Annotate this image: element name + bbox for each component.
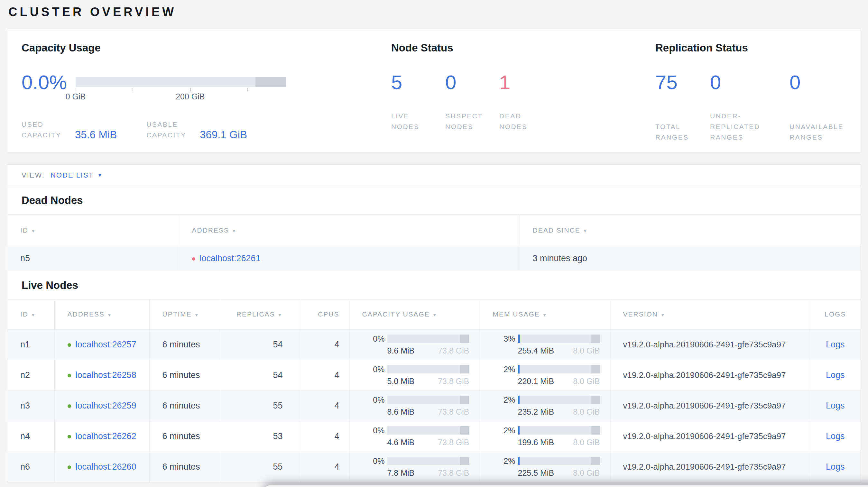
- live-node-logs-cell: Logs: [810, 390, 861, 421]
- used-capacity-value: 35.6 MiB: [75, 129, 117, 140]
- usable-capacity-value: 369.1 GiB: [200, 129, 247, 140]
- usable-capacity-label: USABLE CAPACITY: [146, 119, 188, 140]
- capacity-percent: 0%: [368, 426, 385, 435]
- live-col-address[interactable]: ADDRESS▼: [54, 299, 149, 329]
- logs-link[interactable]: Logs: [826, 370, 845, 380]
- mem-total: 8.0 GiB: [573, 407, 600, 417]
- capacity-usage-title: Capacity Usage: [22, 42, 391, 54]
- live-node-replicas: 55: [221, 390, 301, 421]
- capacity-used: 7.8 MiB: [388, 468, 415, 478]
- live-node-version: v19.2.0-alpha.20190606-2491-gfe735c9a97: [611, 360, 810, 390]
- mem-meter-fill: [518, 396, 520, 404]
- dead-col-dead-since[interactable]: DEAD SINCE▼: [520, 215, 861, 246]
- live-status-dot-icon: [68, 374, 71, 377]
- logs-link[interactable]: Logs: [826, 431, 845, 441]
- capacity-usage-bar: 0 GiB 200 GiB: [75, 77, 286, 102]
- live-nodes-count: 5: [391, 72, 445, 93]
- capacity-percent: 0%: [368, 365, 385, 374]
- live-col-uptime[interactable]: UPTIME▼: [149, 299, 221, 329]
- logs-link[interactable]: Logs: [826, 340, 845, 349]
- capacity-bar-endcap: [255, 77, 286, 87]
- capacity-percent: 0%: [368, 334, 385, 344]
- live-nodes-heading: Live Nodes: [22, 279, 861, 291]
- live-node-mem-usage: 2% 235.2 MiB 8.0 GiB: [480, 390, 611, 421]
- live-node-row: n1 localhost:26257 6 minutes 54 4 0% 9.6…: [7, 329, 861, 360]
- live-node-uptime: 6 minutes: [149, 452, 221, 482]
- cluster-summary-panel: Capacity Usage 0.0% 0 GiB 200 GiB: [7, 29, 861, 153]
- live-status-dot-icon: [68, 435, 71, 439]
- live-col-capacity-usage[interactable]: CAPACITY USAGE▼: [349, 299, 480, 329]
- live-node-cpus: 4: [301, 329, 349, 360]
- dead-node-id: n5: [7, 246, 179, 271]
- capacity-meter: [388, 396, 469, 404]
- logs-link[interactable]: Logs: [826, 462, 845, 472]
- view-selector-dropdown[interactable]: NODE LIST ▼: [51, 171, 103, 180]
- live-node-id: n2: [7, 360, 54, 390]
- mem-meter: [518, 365, 600, 374]
- live-node-address-link[interactable]: localhost:26262: [75, 431, 136, 441]
- live-node-address-link[interactable]: localhost:26260: [75, 462, 136, 472]
- live-col-replicas[interactable]: REPLICAS▼: [221, 299, 301, 329]
- sort-desc-icon: ▼: [542, 312, 548, 318]
- mem-used: 220.1 MiB: [518, 377, 554, 386]
- live-node-capacity-usage: 0% 5.0 MiB 73.8 GiB: [349, 360, 480, 390]
- sort-desc-icon: ▼: [31, 228, 36, 233]
- capacity-used: 9.6 MiB: [388, 346, 415, 355]
- mem-meter-fill: [518, 365, 520, 374]
- mem-used: 235.2 MiB: [518, 407, 554, 417]
- logs-link[interactable]: Logs: [826, 401, 845, 411]
- axis-label-0gib: 0 GiB: [66, 92, 86, 101]
- live-node-address-cell: localhost:26259: [54, 390, 149, 421]
- live-node-address-cell: localhost:26260: [54, 452, 149, 482]
- live-node-row: n3 localhost:26259 6 minutes 55 4 0% 8.6…: [7, 390, 861, 421]
- capacity-meter: [388, 365, 469, 374]
- used-capacity-label: USED CAPACITY: [22, 119, 63, 140]
- live-nodes-label: LIVE NODES: [391, 111, 433, 132]
- live-node-mem-usage: 2% 199.6 MiB 8.0 GiB: [480, 421, 611, 452]
- live-node-address-cell: localhost:26257: [54, 329, 149, 360]
- mem-meter-fill: [518, 334, 521, 343]
- live-node-logs-cell: Logs: [810, 421, 861, 452]
- mem-percent: 2%: [499, 395, 516, 404]
- live-node-id: n6: [7, 452, 54, 482]
- total-ranges-label: TOTAL RANGES: [655, 121, 697, 142]
- replication-status-title: Replication Status: [655, 42, 846, 54]
- live-col-mem-usage[interactable]: MEM USAGE▼: [480, 299, 611, 329]
- mem-meter-fill: [518, 457, 520, 465]
- live-col-version[interactable]: VERSION▼: [611, 299, 810, 329]
- capacity-used: 5.0 MiB: [388, 377, 415, 386]
- live-node-address-link[interactable]: localhost:26258: [75, 370, 136, 380]
- mem-meter: [518, 457, 600, 465]
- capacity-used: 8.6 MiB: [388, 407, 415, 417]
- suspect-nodes-count: 0: [445, 72, 499, 93]
- axis-tick: [75, 88, 76, 91]
- capacity-usage-section: Capacity Usage 0.0% 0 GiB 200 GiB: [22, 42, 391, 140]
- dead-nodes-header-row: ID▼ ADDRESS▼ DEAD SINCE▼: [7, 215, 861, 246]
- live-node-logs-cell: Logs: [810, 360, 861, 390]
- axis-tick: [132, 88, 133, 91]
- bottom-edge-shadow: [264, 485, 868, 487]
- live-node-capacity-usage: 0% 9.6 MiB 73.8 GiB: [349, 329, 480, 360]
- live-node-address-link[interactable]: localhost:26257: [75, 340, 136, 349]
- capacity-total: 73.8 GiB: [438, 468, 469, 478]
- replication-status-section: Replication Status 75 0 0 TOTAL RANGES U…: [655, 42, 846, 140]
- mem-total: 8.0 GiB: [573, 438, 600, 447]
- sort-desc-icon: ▼: [194, 312, 199, 318]
- live-node-replicas: 55: [221, 452, 301, 482]
- capacity-total: 73.8 GiB: [438, 377, 469, 386]
- dead-node-address-link[interactable]: localhost:26261: [200, 254, 260, 263]
- dead-nodes-label: DEAD NODES: [499, 111, 541, 132]
- live-node-address-cell: localhost:26262: [54, 421, 149, 452]
- dead-node-address-cell: localhost:26261: [179, 246, 520, 271]
- sort-desc-icon: ▼: [660, 312, 665, 318]
- capacity-used-percent: 0.0%: [22, 72, 75, 93]
- live-node-cpus: 4: [301, 421, 349, 452]
- live-node-replicas: 54: [221, 360, 301, 390]
- dead-col-id[interactable]: ID▼: [7, 215, 179, 246]
- axis-tick: [247, 88, 248, 91]
- live-status-dot-icon: [68, 465, 71, 469]
- dead-col-address[interactable]: ADDRESS▼: [179, 215, 520, 246]
- mem-meter: [518, 334, 600, 343]
- live-col-id[interactable]: ID▼: [7, 299, 54, 329]
- live-node-address-link[interactable]: localhost:26259: [75, 401, 136, 411]
